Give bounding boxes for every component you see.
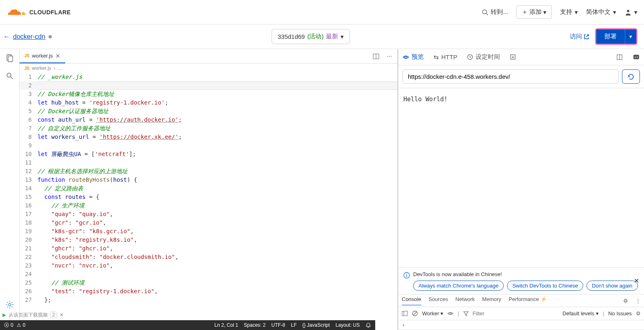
sb-position[interactable]: Ln 2, Col 1 <box>215 322 238 328</box>
support-dropdown[interactable]: 支持 ▾ <box>560 8 578 16</box>
code-line[interactable]: 3// Docker镜像仓库主机地址 <box>20 90 397 98</box>
code-line[interactable]: 22 "cloudsmith": "docker.cloudsmith.io", <box>20 253 397 261</box>
svg-point-21 <box>406 274 407 274</box>
sb-warnings[interactable]: ⚠ 0 <box>17 322 26 328</box>
notice-pill[interactable]: Always match Chrome's language <box>413 281 504 291</box>
search-activity-icon[interactable] <box>5 71 15 81</box>
code-editor[interactable]: 1// _worker.js23// Docker镜像仓库主机地址4let hu… <box>20 73 397 330</box>
code-line[interactable]: 16 // 生产环境 <box>20 201 397 210</box>
caret-down-icon: ▾ <box>613 9 616 16</box>
code-line[interactable]: 5// Docker认证服务器地址 <box>20 107 397 116</box>
deploy-button[interactable]: 部署 <box>596 29 625 44</box>
split-editor-icon[interactable] <box>371 51 381 61</box>
sb-lang[interactable]: {} JavaScript <box>302 322 330 328</box>
live-expression-icon[interactable] <box>447 310 454 317</box>
svg-line-1 <box>486 13 488 15</box>
tab-more-icon[interactable] <box>510 54 516 60</box>
code-line[interactable]: 8let workers_url = 'https://docker.xk.ee… <box>20 133 397 141</box>
log-levels-selector[interactable]: Default levels ▾ <box>562 310 599 317</box>
sb-spaces[interactable]: Spaces: 2 <box>244 322 266 328</box>
breadcrumb[interactable]: JS worker.js › ... <box>20 64 397 73</box>
tab-preview[interactable]: 预览 <box>403 53 424 61</box>
close-icon[interactable]: ✕ <box>60 312 64 318</box>
devtools-tab[interactable]: Memory <box>482 296 501 305</box>
code-line[interactable]: 26 "test": "registry-1.docker.io", <box>20 287 397 296</box>
code-line[interactable]: 24 <box>20 270 397 279</box>
svg-point-5 <box>7 73 11 77</box>
devtools-language-notice: DevTools is now available in Chinese! Al… <box>398 268 644 294</box>
deploy-dropdown[interactable]: ▾ <box>625 29 636 44</box>
deploy-button-highlight: 部署 ▾ <box>595 28 637 45</box>
devtools-tab[interactable]: Console <box>402 296 421 305</box>
discord-icon[interactable] <box>633 54 640 61</box>
sb-encoding[interactable]: UTF-8 <box>271 322 285 328</box>
back-arrow-icon[interactable]: ← <box>3 33 10 40</box>
code-line[interactable]: 1// _worker.js <box>20 73 397 81</box>
code-line[interactable]: 15 const routes = { <box>20 193 397 201</box>
code-line[interactable]: 13function routeByHosts(host) { <box>20 176 397 184</box>
language-dropdown[interactable]: 简体中文 ▾ <box>586 8 616 16</box>
refresh-button[interactable] <box>622 69 640 84</box>
tab-http[interactable]: ⇆ HTTP <box>434 54 457 61</box>
notice-pill[interactable]: Don't show again <box>586 281 637 291</box>
project-name-link[interactable]: docker-cdn <box>13 33 45 40</box>
sb-errors[interactable]: ⓧ 0 <box>4 322 13 329</box>
plus-icon: ＋ <box>522 8 528 16</box>
code-line[interactable]: 20 "k8s": "registry.k8s.io", <box>20 236 397 244</box>
code-line[interactable]: 25 // 测试环境 <box>20 279 397 287</box>
notice-pill[interactable]: Switch DevTools to Chinese <box>507 281 583 291</box>
toggle-sidebar-icon[interactable] <box>402 310 408 317</box>
console-filter-input[interactable] <box>473 310 513 317</box>
cloudflare-logo[interactable]: CLOUDFLARE <box>7 6 71 18</box>
code-line[interactable]: 14 // 定义路由表 <box>20 184 397 193</box>
docs-icon[interactable] <box>616 54 623 60</box>
close-notice-icon[interactable]: ✕ <box>634 277 639 285</box>
code-line[interactable]: 10let 屏蔽爬虫UA = ['netcraft']; <box>20 150 397 158</box>
console-toolbar: Worker ▾ | Default levels ▾ | No Issues … <box>398 307 644 320</box>
devtools-settings-icon[interactable]: ⚙ <box>623 298 628 304</box>
issues-label[interactable]: No Issues <box>608 310 632 317</box>
add-button[interactable]: ＋ 添加 ▾ <box>516 5 552 19</box>
code-line[interactable]: 21 "ghcr": "ghcr.io", <box>20 244 397 253</box>
sb-bell-icon[interactable] <box>365 322 371 328</box>
goto-search[interactable]: 转到... <box>482 8 508 16</box>
version-selector[interactable]: 335d1d69 (活动) 最新 ▾ <box>272 29 350 44</box>
visit-link[interactable]: 访问 <box>570 33 589 40</box>
sb-eol[interactable]: LF <box>291 322 297 328</box>
settings-gear-icon[interactable] <box>5 300 15 310</box>
devtools-tab[interactable]: Network <box>455 296 475 305</box>
code-line[interactable]: 19 "k8s-gcr": "k8s.gcr.io", <box>20 227 397 236</box>
code-line[interactable]: 4let hub_host = 'registry-1.docker.io'; <box>20 98 397 107</box>
close-tab-icon[interactable]: ✕ <box>55 53 60 59</box>
svg-point-10 <box>405 56 407 58</box>
more-actions-icon[interactable]: ⋯ <box>384 51 394 61</box>
code-line[interactable]: 23 "nvcr": "nvcr.io", <box>20 261 397 270</box>
code-line[interactable]: 27 }; <box>20 296 397 304</box>
context-selector[interactable]: Worker ▾ <box>422 310 443 317</box>
preview-url-input[interactable] <box>403 69 619 84</box>
console-prompt[interactable]: › <box>398 320 644 330</box>
devtools-more-icon[interactable]: ⋮ <box>635 298 641 304</box>
devtools-tab[interactable]: Performance ⚡ <box>509 296 547 305</box>
tab-worker-js[interactable]: JS worker.js ✕ <box>20 49 65 63</box>
notice-message: DevTools is now available in Chinese! <box>413 271 639 277</box>
code-line[interactable]: 2 <box>20 81 397 90</box>
cloudflare-text: CLOUDFLARE <box>29 9 71 16</box>
code-line[interactable]: 18 "gcr": "gcr.io", <box>20 219 397 227</box>
user-menu[interactable]: ▾ <box>624 9 637 16</box>
explorer-icon[interactable] <box>5 53 15 63</box>
code-line[interactable]: 7// 自定义的工作服务器地址 <box>20 124 397 133</box>
sb-layout[interactable]: Layout: US <box>336 322 360 328</box>
code-line[interactable]: 9 <box>20 141 397 150</box>
download-video-overlay[interactable]: ▶ 从该页面下载视频 2 ✕ <box>0 310 66 320</box>
console-settings-icon[interactable]: ⚙ <box>636 310 641 317</box>
code-line[interactable]: 11 <box>20 158 397 167</box>
code-line[interactable]: 12// 根据主机名选择对应的上游地址 <box>20 167 397 176</box>
svg-point-0 <box>482 10 487 14</box>
http-swap-icon: ⇆ <box>434 54 439 61</box>
code-line[interactable]: 6const auth_url = 'https://auth.docker.i… <box>20 116 397 124</box>
devtools-tab[interactable]: Sources <box>429 296 448 305</box>
clear-console-icon[interactable] <box>412 310 418 317</box>
code-line[interactable]: 17 "quay": "quay.io", <box>20 210 397 219</box>
tab-schedule[interactable]: 设定时间 <box>467 53 500 61</box>
